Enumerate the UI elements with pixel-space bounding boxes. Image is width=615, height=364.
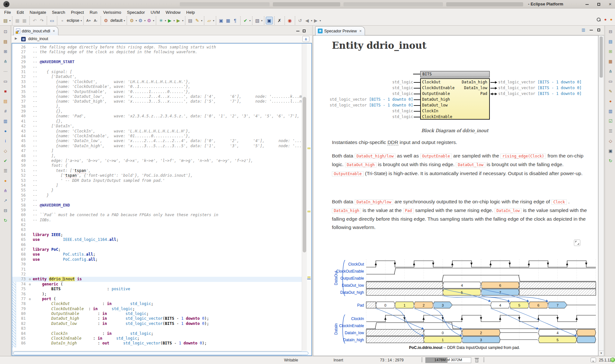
dock-package-icon[interactable]: ◇ bbox=[2, 148, 9, 155]
dock-script-icon[interactable]: ▤ bbox=[2, 98, 9, 105]
dock-display-icon[interactable]: ⊟ bbox=[2, 207, 9, 214]
menu-item-help[interactable]: Help bbox=[183, 9, 198, 15]
close-icon[interactable]: × bbox=[53, 29, 55, 33]
toolbar-print-button[interactable]: ▤ bbox=[187, 17, 194, 24]
toolbar-forward-button[interactable]: ▶ bbox=[312, 17, 319, 24]
close-button[interactable]: × bbox=[606, 1, 614, 7]
preview-scrollbar[interactable]: ▼ bbox=[598, 35, 604, 356]
toolbar-font-decrease-button[interactable]: A- bbox=[92, 17, 99, 24]
menu-item-window[interactable]: Window bbox=[163, 9, 183, 15]
feedback-icon[interactable] bbox=[591, 358, 596, 362]
dock-tags-icon[interactable]: # bbox=[2, 108, 9, 115]
chevron-down-icon[interactable]: ▾ bbox=[144, 19, 146, 22]
menu-item-navigate[interactable]: Navigate bbox=[27, 9, 49, 15]
scrollbar-thumb[interactable] bbox=[600, 37, 603, 78]
toolbar-show-whitespace-button[interactable]: ¶ bbox=[232, 17, 239, 24]
dock-doc-icon[interactable]: ▤ bbox=[607, 38, 614, 45]
breadcrumb-toggle-button[interactable]: ⋔ bbox=[302, 36, 309, 42]
toolbar-redo-button[interactable]: ↷ bbox=[38, 17, 45, 24]
close-icon[interactable]: × bbox=[359, 29, 361, 33]
dock-console-icon[interactable]: ▥ bbox=[2, 118, 9, 125]
dock-pencil-icon[interactable]: ✎ bbox=[607, 88, 614, 95]
dock-hierarchy-icon[interactable]: ⋔ bbox=[2, 58, 9, 65]
menu-item-search[interactable]: Search bbox=[49, 9, 68, 15]
chevron-down-icon[interactable]: ▾ bbox=[174, 19, 175, 22]
dock-tree-icon[interactable]: ⋔ bbox=[2, 187, 9, 194]
expand-figure-button[interactable] bbox=[574, 240, 580, 246]
dock-views-icon[interactable]: ⊞ bbox=[2, 48, 9, 55]
occurrence-marker[interactable] bbox=[308, 276, 310, 278]
dock-list-icon[interactable]: ☰ bbox=[607, 128, 614, 135]
menu-item-uvm[interactable]: UVM bbox=[148, 9, 163, 15]
dock-breakpoint-icon[interactable]: ● bbox=[607, 98, 614, 105]
toolbar-debug-button[interactable]: ✳ bbox=[158, 17, 165, 24]
chevron-down-icon[interactable]: ▾ bbox=[81, 19, 82, 22]
toolbar-coverage-table-button[interactable]: ▧ bbox=[254, 17, 261, 24]
fold-marker[interactable]: ⊖ bbox=[27, 277, 33, 282]
toolbar-save-all-button[interactable]: ▦ bbox=[21, 17, 28, 24]
dock-hierarchy-icon[interactable]: ⋔ bbox=[607, 68, 614, 75]
breadcrumb-entity[interactable]: ddrio_inout bbox=[28, 37, 48, 41]
fold-marker[interactable]: ⊖ bbox=[27, 297, 33, 301]
dock-window-restore-icon[interactable]: ⊡ bbox=[2, 28, 9, 35]
toolbar-config-simulate-button[interactable]: ⚙ bbox=[146, 17, 153, 24]
chevron-down-icon[interactable]: ▾ bbox=[213, 19, 214, 22]
chevron-down-icon[interactable]: ▾ bbox=[182, 19, 184, 22]
toolbar-validate-button[interactable]: ✔ bbox=[242, 17, 249, 24]
search-icon[interactable] bbox=[596, 17, 601, 22]
editor-tab[interactable]: V ddrio_inout.vhdl × bbox=[13, 26, 58, 35]
dock-snippets-icon[interactable]: ⊞ bbox=[607, 48, 614, 55]
dock-terminal-icon[interactable]: ▭ bbox=[607, 78, 614, 85]
toolbar-coverage-button[interactable]: ▶ bbox=[175, 17, 182, 24]
scrollbar-thumb[interactable] bbox=[13, 351, 308, 355]
toolbar-console-view-button[interactable]: ▣ bbox=[266, 17, 273, 24]
chevron-down-icon[interactable]: ▾ bbox=[9, 19, 11, 22]
fold-marker[interactable]: ⊖ bbox=[27, 282, 33, 287]
toolbar-run-config-combo[interactable]: default bbox=[109, 18, 124, 23]
dock-table-icon[interactable]: ▦ bbox=[607, 58, 614, 65]
toolbar-format-brush-button[interactable]: ✎ bbox=[194, 17, 201, 24]
chevron-down-icon[interactable]: ▾ bbox=[124, 19, 125, 22]
minimize-view-icon[interactable] bbox=[296, 28, 299, 34]
occurrence-marker[interactable] bbox=[308, 211, 310, 212]
toolbar-save-button[interactable]: ▦ bbox=[14, 17, 21, 24]
preview-tab[interactable]: ≣ Specador Preview × bbox=[315, 26, 365, 35]
toolbar-config-elaborate-button[interactable]: ⚙ bbox=[137, 17, 144, 24]
dock-monitor-icon[interactable]: ▣ bbox=[607, 148, 614, 155]
dock-sphere-icon[interactable]: ● bbox=[2, 128, 9, 135]
chevron-down-icon[interactable]: ▾ bbox=[136, 19, 137, 22]
dock-tasks-icon[interactable]: ☰ bbox=[2, 167, 9, 174]
maximize-view-icon[interactable] bbox=[303, 28, 306, 34]
menu-item-run[interactable]: Run bbox=[87, 9, 100, 15]
toolbar-last-edit-location-button[interactable]: ↺ bbox=[297, 17, 304, 24]
toolbar-run-config-button[interactable]: ⚙ bbox=[102, 17, 109, 24]
toolbar-workspace-button[interactable]: ▫ bbox=[59, 17, 66, 24]
dock-palette-icon[interactable]: ▤ bbox=[2, 38, 9, 45]
notification-icon[interactable]: ● bbox=[604, 17, 607, 22]
toolbar-workspace-combo[interactable]: eclipse bbox=[66, 18, 80, 23]
overview-ruler[interactable] bbox=[307, 44, 311, 351]
toolbar-run-button[interactable]: ▶ bbox=[166, 17, 173, 24]
chevron-down-icon[interactable]: ▾ bbox=[153, 19, 154, 22]
toolbar-open-folder-button[interactable]: ▱ bbox=[206, 17, 213, 24]
toolbar-open-console-button[interactable]: ▭ bbox=[48, 17, 56, 24]
minimize-view-icon[interactable] bbox=[590, 28, 593, 32]
toolbar-config-compile-button[interactable]: ⚙ bbox=[128, 17, 135, 24]
toolbar-undo-button[interactable]: ↶ bbox=[31, 17, 38, 24]
dock-check-icon[interactable]: ✔ bbox=[2, 157, 9, 165]
dock-breakpoint-icon[interactable]: ● bbox=[2, 177, 9, 184]
toolbar-terminate-button[interactable]: ✗ bbox=[276, 17, 283, 24]
dock-more-icon[interactable]: ⋯ bbox=[2, 68, 9, 75]
dock-terminal-icon[interactable]: ▭ bbox=[2, 78, 9, 85]
dock-package-icon[interactable]: ◇ bbox=[607, 138, 614, 145]
editor-vertical-scrollbar[interactable] bbox=[302, 44, 307, 351]
maximize-view-icon[interactable] bbox=[597, 28, 600, 32]
dock-link-icon[interactable]: ↗ bbox=[2, 197, 9, 204]
app-menu-button[interactable] bbox=[3, 1, 10, 7]
toolbar-help-lifebuoy-button[interactable]: ◉ bbox=[286, 17, 293, 24]
dock-outline-icon[interactable]: ⊟ bbox=[607, 28, 614, 35]
chevron-down-icon[interactable]: ▾ bbox=[261, 19, 263, 22]
menu-item-specador[interactable]: Specador bbox=[124, 9, 148, 15]
chevron-down-icon[interactable]: ▾ bbox=[201, 19, 203, 22]
dock-console-icon[interactable]: ▥ bbox=[607, 108, 614, 115]
